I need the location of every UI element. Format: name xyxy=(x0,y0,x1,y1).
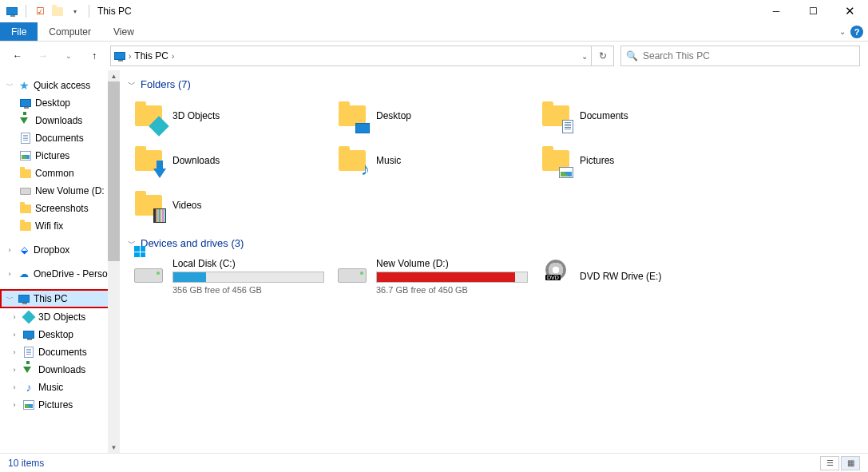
tab-view[interactable]: View xyxy=(102,22,145,41)
drive-tile-dvd-rw-drive-e-[interactable]: DVDDVD RW Drive (E:) xyxy=(535,252,739,300)
refresh-button[interactable]: ↻ xyxy=(592,46,614,66)
back-button[interactable]: ← xyxy=(8,46,27,65)
maximize-button[interactable]: ☐ xyxy=(795,0,831,22)
folders-group-header[interactable]: ﹀ Folders (7) xyxy=(128,78,868,90)
chevron-right-icon[interactable]: › xyxy=(10,383,19,391)
minimize-button[interactable]: ─ xyxy=(758,0,795,22)
help-icon[interactable]: ? xyxy=(850,26,863,38)
chevron-right-icon[interactable]: › xyxy=(10,401,19,409)
sidebar-item-label: Desktop xyxy=(35,97,70,109)
chevron-down-icon[interactable]: ﹀ xyxy=(5,81,14,91)
drive-label: Local Disk (C:) xyxy=(172,258,324,269)
sidebar-quick-access[interactable]: ﹀ ★ Quick access xyxy=(0,77,120,94)
sidebar-item-label: Documents xyxy=(38,347,87,358)
sidebar-item-pictures[interactable]: Pictures⚲ xyxy=(0,147,120,165)
forward-button[interactable]: → xyxy=(34,46,53,65)
sidebar-item-documents[interactable]: ›Documents xyxy=(0,343,120,361)
search-box[interactable]: 🔍 xyxy=(620,46,860,66)
chevron-right-icon[interactable]: › xyxy=(10,331,19,339)
up-button[interactable]: ↑ xyxy=(85,46,104,65)
monitor-icon xyxy=(22,328,35,341)
folder-tile-music[interactable]: ♪Music xyxy=(331,138,535,183)
app-icon[interactable] xyxy=(5,4,19,18)
folder-icon xyxy=(133,189,164,221)
qat-properties-icon[interactable]: ☑ xyxy=(33,4,47,18)
monitor-icon xyxy=(19,97,32,109)
folder-tile-pictures[interactable]: Pictures xyxy=(535,138,739,183)
chevron-right-icon[interactable]: › xyxy=(10,366,19,374)
navigation-pane: ﹀ ★ Quick access Desktop⚲Downloads⚲Docum… xyxy=(0,70,120,453)
folder-tile-downloads[interactable]: Downloads xyxy=(128,138,331,183)
drives-group-header[interactable]: ﹀ Devices and drives (3) xyxy=(128,237,868,249)
chevron-right-icon[interactable]: › xyxy=(10,348,19,356)
sidebar-item-pictures[interactable]: ›Pictures xyxy=(0,396,120,414)
folder-label: Documents xyxy=(580,110,628,121)
tab-computer[interactable]: Computer xyxy=(38,22,102,41)
arrowdn-icon xyxy=(22,363,35,376)
chevron-right-icon[interactable]: › xyxy=(5,246,14,254)
sidebar-item-common[interactable]: Common xyxy=(0,165,120,182)
sidebar-onedrive[interactable]: › ☁ OneDrive - Person xyxy=(0,265,120,283)
scroll-up-icon[interactable]: ▲ xyxy=(108,70,120,81)
sidebar-item-downloads[interactable]: ›Downloads xyxy=(0,361,120,379)
sidebar-item-music[interactable]: ›♪Music xyxy=(0,379,120,396)
search-input[interactable] xyxy=(643,50,854,61)
scrollbar-thumb[interactable] xyxy=(108,81,120,261)
view-tiles-button[interactable]: ▦ xyxy=(841,456,860,470)
sidebar-dropbox[interactable]: › ⬙ Dropbox xyxy=(0,241,120,259)
qat-customize-icon[interactable]: ▾ xyxy=(68,4,82,18)
folder-tile-videos[interactable]: Videos xyxy=(128,183,331,228)
breadcrumb-segment[interactable]: This PC xyxy=(134,50,168,61)
chevron-down-icon[interactable]: ﹀ xyxy=(5,294,14,304)
sidebar-item-desktop[interactable]: ›Desktop xyxy=(0,326,120,343)
sidebar-item-new-volume-d-[interactable]: New Volume (D: xyxy=(0,182,120,200)
sidebar-label: Dropbox xyxy=(34,244,69,256)
address-dropdown-icon[interactable]: ⌄ xyxy=(581,52,588,61)
view-details-button[interactable]: ☰ xyxy=(820,456,839,470)
drive-icon xyxy=(336,254,368,286)
ribbon-expand-icon[interactable]: ⌄ xyxy=(839,27,846,36)
sidebar-item-label: Pictures xyxy=(35,150,69,161)
scroll-down-icon[interactable]: ▼ xyxy=(108,442,120,453)
chevron-right-icon[interactable]: › xyxy=(172,52,174,61)
toolbar-separator xyxy=(26,5,26,18)
folder-icon: ♪ xyxy=(336,145,368,177)
chevron-right-icon[interactable]: › xyxy=(5,270,14,278)
sidebar-this-pc[interactable]: ﹀ This PC xyxy=(0,289,120,308)
folder-icon xyxy=(19,167,32,180)
3d-icon xyxy=(22,311,35,323)
sidebar-item-documents[interactable]: Documents⚲ xyxy=(0,129,120,147)
close-button[interactable]: ✕ xyxy=(831,0,868,22)
sidebar-item-label: Wifi fix xyxy=(35,220,63,232)
folder-tile-3d-objects[interactable]: 3D Objects xyxy=(128,93,331,138)
sidebar-label: Quick access xyxy=(34,80,90,91)
drive-tile-new-volume-d-[interactable]: New Volume (D:)36.7 GB free of 450 GB xyxy=(331,252,535,300)
address-bar[interactable]: › This PC › ⌄ xyxy=(110,46,592,66)
drive-tile-local-disk-c-[interactable]: Local Disk (C:)356 GB free of 456 GB xyxy=(128,252,331,300)
folder-tile-documents[interactable]: Documents xyxy=(535,93,739,138)
drive-free-text: 36.7 GB free of 450 GB xyxy=(376,285,528,295)
pic-icon xyxy=(22,399,35,411)
sidebar-item-desktop[interactable]: Desktop⚲ xyxy=(0,94,120,112)
chevron-down-icon[interactable]: ﹀ xyxy=(128,79,136,90)
chevron-right-icon[interactable]: › xyxy=(10,313,19,321)
sidebar-item-downloads[interactable]: Downloads⚲ xyxy=(0,112,120,129)
folder-label: Desktop xyxy=(376,110,411,121)
ribbon-tabs: File Computer View ⌄ ? xyxy=(0,22,868,42)
sidebar-item-3d-objects[interactable]: ›3D Objects xyxy=(0,308,120,326)
chevron-right-icon: › xyxy=(129,52,131,61)
folder-tile-desktop[interactable]: Desktop xyxy=(331,93,535,138)
tab-file[interactable]: File xyxy=(0,22,38,41)
folder-icon xyxy=(133,145,164,177)
title-bar: ☑ ▾ This PC ─ ☐ ✕ xyxy=(0,0,868,22)
sidebar-item-screenshots[interactable]: Screenshots xyxy=(0,200,120,217)
section-title: Folders (7) xyxy=(141,78,191,90)
capacity-bar xyxy=(376,272,528,283)
drive-icon xyxy=(19,184,32,197)
navigation-bar: ← → ⌄ ↑ › This PC › ⌄ ↻ 🔍 xyxy=(0,42,868,70)
sidebar-item-wifi-fix[interactable]: Wifi fix xyxy=(0,217,120,235)
recent-locations-button[interactable]: ⌄ xyxy=(59,46,78,65)
qat-new-folder-icon[interactable] xyxy=(50,4,65,18)
sidebar-item-label: Music xyxy=(38,382,63,393)
sidebar-item-label: Desktop xyxy=(38,329,73,340)
